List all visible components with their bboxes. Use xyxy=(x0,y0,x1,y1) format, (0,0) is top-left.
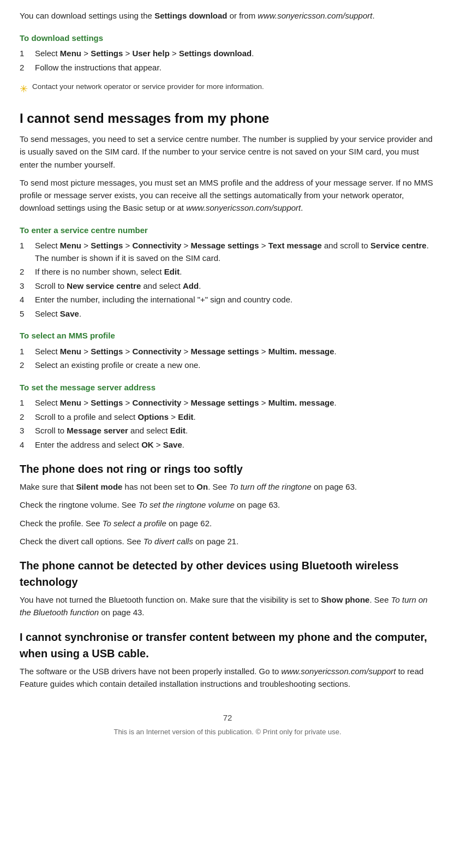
mms-profile-list: 1 Select Menu > Settings > Connectivity … xyxy=(20,346,435,372)
step-number: 1 xyxy=(20,47,35,60)
usb-heading: I cannot synchronise or transfer content… xyxy=(20,629,435,662)
list-item: 4 Enter the number, including the intern… xyxy=(20,294,435,306)
step-content: Select Menu > Settings > User help > Set… xyxy=(35,47,435,60)
cannot-send-heading: I cannot send messages from my phone xyxy=(20,109,435,128)
step-number: 2 xyxy=(20,411,35,424)
phone-ring-para4: Check the divert call options. See To di… xyxy=(20,535,435,548)
step-content: Select Menu > Settings > Connectivity > … xyxy=(35,240,435,264)
intro-link: www.sonyericsson.com/support xyxy=(258,11,372,20)
list-item: 2 If there is no number shown, select Ed… xyxy=(20,266,435,278)
phone-ring-section: The phone does not ring or rings too sof… xyxy=(20,461,435,548)
message-server-heading: To set the message server address xyxy=(20,382,435,394)
step-number: 1 xyxy=(20,346,35,358)
step-content: Scroll to a profile and select Options >… xyxy=(35,411,435,424)
mms-profile-section: To select an MMS profile 1 Select Menu >… xyxy=(20,330,435,372)
list-item: 1 Select Menu > Settings > Connectivity … xyxy=(20,397,435,409)
list-item: 1 Select Menu > Settings > Connectivity … xyxy=(20,346,435,358)
step-number: 1 xyxy=(20,240,35,264)
step-number: 4 xyxy=(20,294,35,306)
phone-ring-para3: Check the profile. See To select a profi… xyxy=(20,517,435,530)
step-content: Select Save. xyxy=(35,308,435,320)
list-item: 5 Select Save. xyxy=(20,308,435,320)
cannot-send-para2: To send most picture messages, you must … xyxy=(20,176,435,215)
step-number: 5 xyxy=(20,308,35,320)
tip-text: Contact your network operator or service… xyxy=(32,81,264,92)
step-number: 1 xyxy=(20,397,35,409)
step-number: 2 xyxy=(20,62,35,74)
phone-ring-para2: Check the ringtone volume. See To set th… xyxy=(20,498,435,511)
bluetooth-para1: You have not turned the Bluetooth functi… xyxy=(20,593,435,619)
download-settings-heading: To download settings xyxy=(20,32,435,45)
list-item: 3 Scroll to New service centre and selec… xyxy=(20,280,435,293)
step-content: Follow the instructions that appear. xyxy=(35,62,435,74)
intro-paragraph: You can download settings using the Sett… xyxy=(20,10,435,22)
step-number: 2 xyxy=(20,359,35,372)
mms-profile-heading: To select an MMS profile xyxy=(20,330,435,342)
bluetooth-heading: The phone cannot be detected by other de… xyxy=(20,557,435,590)
service-centre-section: To enter a service centre number 1 Selec… xyxy=(20,224,435,320)
tip-box: ✳ Contact your network operator or servi… xyxy=(20,79,435,99)
list-item: 1 Select Menu > Settings > Connectivity … xyxy=(20,240,435,264)
list-item: 2 Scroll to a profile and select Options… xyxy=(20,411,435,424)
support-link: www.sonyericsson.com/support xyxy=(186,203,301,212)
step-content: Enter the number, including the internat… xyxy=(35,294,435,306)
step-content: Select Menu > Settings > Connectivity > … xyxy=(35,397,435,409)
step-content: Scroll to New service centre and select … xyxy=(35,280,435,293)
step-number: 3 xyxy=(20,280,35,293)
list-item: 2 Follow the instructions that appear. xyxy=(20,62,435,74)
page-number: 72 xyxy=(20,712,435,724)
phone-ring-heading: The phone does not ring or rings too sof… xyxy=(20,461,435,477)
service-centre-list: 1 Select Menu > Settings > Connectivity … xyxy=(20,240,435,320)
bluetooth-section: The phone cannot be detected by other de… xyxy=(20,557,435,619)
phone-ring-para1: Make sure that Silent mode has not been … xyxy=(20,480,435,493)
step-number: 2 xyxy=(20,266,35,278)
step-content: If there is no number shown, select Edit… xyxy=(35,266,435,278)
list-item: 4 Enter the address and select OK > Save… xyxy=(20,439,435,451)
download-settings-list: 1 Select Menu > Settings > User help > S… xyxy=(20,47,435,74)
usb-section: I cannot synchronise or transfer content… xyxy=(20,629,435,691)
step-content: Select an existing profile or create a n… xyxy=(35,359,435,372)
tip-icon: ✳ xyxy=(20,82,28,97)
footer-notice: This is an Internet version of this publ… xyxy=(20,727,435,738)
step-number: 3 xyxy=(20,425,35,437)
usb-link: www.sonyericsson.com/support xyxy=(281,667,396,676)
step-content: Enter the address and select OK > Save. xyxy=(35,439,435,451)
page-footer: 72 This is an Internet version of this p… xyxy=(20,712,435,737)
service-centre-heading: To enter a service centre number xyxy=(20,224,435,237)
list-item: 3 Scroll to Message server and select Ed… xyxy=(20,425,435,437)
list-item: 1 Select Menu > Settings > User help > S… xyxy=(20,47,435,60)
message-server-list: 1 Select Menu > Settings > Connectivity … xyxy=(20,397,435,451)
step-content: Select Menu > Settings > Connectivity > … xyxy=(35,346,435,358)
download-settings-section: To download settings 1 Select Menu > Set… xyxy=(20,32,435,99)
message-server-section: To set the message server address 1 Sele… xyxy=(20,382,435,451)
usb-para1: The software or the USB drivers have not… xyxy=(20,665,435,691)
step-number: 4 xyxy=(20,439,35,451)
cannot-send-para1: To send messages, you need to set a serv… xyxy=(20,133,435,171)
list-item: 2 Select an existing profile or create a… xyxy=(20,359,435,372)
step-content: Scroll to Message server and select Edit… xyxy=(35,425,435,437)
cannot-send-section: I cannot send messages from my phone To … xyxy=(20,109,435,215)
